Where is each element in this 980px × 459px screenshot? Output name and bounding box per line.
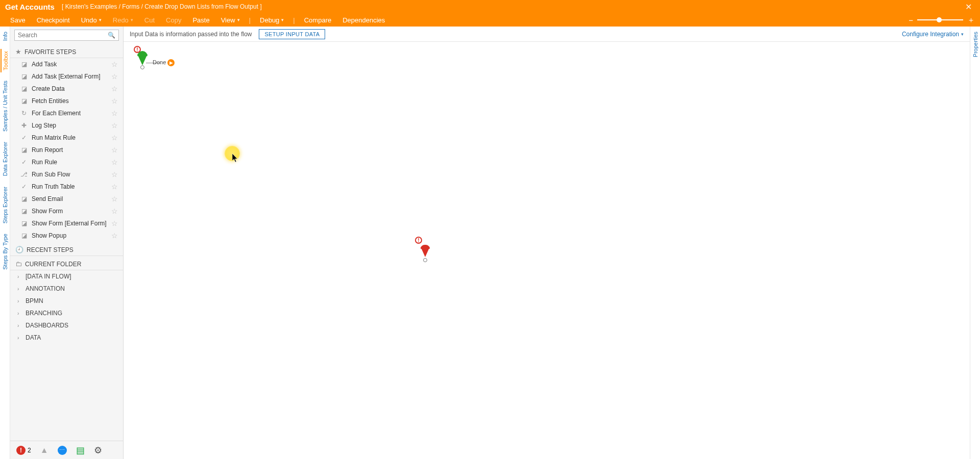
favorite-step-item[interactable]: ◪Show Form [External Form]☆ bbox=[10, 217, 123, 230]
favorite-star-icon[interactable]: ☆ bbox=[111, 207, 118, 215]
step-label: Show Form [External Form] bbox=[32, 220, 107, 227]
step-label: Run Report bbox=[32, 146, 107, 154]
zoom-slider-thumb[interactable] bbox=[937, 17, 942, 22]
zoom-in-button[interactable]: ＋ bbox=[967, 15, 975, 25]
favorite-star-icon[interactable]: ☆ bbox=[111, 232, 118, 240]
menu-copy[interactable]: Copy bbox=[161, 15, 186, 25]
favorite-star-icon[interactable]: ☆ bbox=[111, 158, 118, 166]
right-tab-strip: Properties bbox=[970, 27, 980, 459]
category-tree: ›[DATA IN FLOW]›ANNOTATION›BPMN›BRANCHIN… bbox=[10, 270, 123, 344]
error-count-pill[interactable]: ! 2 bbox=[16, 446, 31, 455]
document-icon[interactable]: ▤ bbox=[76, 445, 85, 456]
favorite-step-item[interactable]: ✓Run Rule☆ bbox=[10, 156, 123, 168]
flow-canvas[interactable]: ! Done ▶ ! bbox=[124, 42, 970, 459]
step-label: For Each Element bbox=[32, 110, 107, 117]
favorite-step-item[interactable]: ◪Fetch Entities☆ bbox=[10, 95, 123, 107]
favorite-step-item[interactable]: ◪Show Form☆ bbox=[10, 205, 123, 217]
step-type-icon: ◪ bbox=[20, 208, 28, 215]
favorite-star-icon[interactable]: ☆ bbox=[111, 121, 118, 130]
comments-icon[interactable]: ⋯ bbox=[58, 446, 67, 455]
zoom-slider[interactable] bbox=[917, 19, 963, 20]
left-tab-steps-by-type[interactable]: Steps By Type bbox=[1, 232, 9, 272]
step-label: Run Sub Flow bbox=[32, 171, 107, 178]
end-node[interactable]: ! bbox=[417, 240, 434, 265]
gear-icon[interactable]: ⚙ bbox=[94, 445, 102, 456]
favorite-star-icon[interactable]: ☆ bbox=[111, 134, 118, 142]
favorite-star-icon[interactable]: ☆ bbox=[111, 85, 118, 93]
input-data-hint: Input Data is information passed into th… bbox=[130, 31, 252, 38]
category-tree-item[interactable]: ›DASHBOARDS bbox=[10, 319, 123, 332]
left-tab-data-explorer[interactable]: Data Explorer bbox=[1, 140, 9, 178]
favorite-star-icon[interactable]: ☆ bbox=[111, 170, 118, 178]
step-label: Fetch Entities bbox=[32, 97, 107, 105]
favorite-step-item[interactable]: ✓Run Truth Table☆ bbox=[10, 181, 123, 193]
menu-cut[interactable]: Cut bbox=[139, 15, 160, 25]
menu-view[interactable]: View ▾ bbox=[216, 15, 245, 25]
section-recent-steps[interactable]: 🕘 RECENT STEPS bbox=[10, 242, 123, 256]
section-current-folder[interactable]: 🗀 CURRENT FOLDER bbox=[10, 256, 123, 270]
favorite-step-item[interactable]: ◪Create Data☆ bbox=[10, 83, 123, 95]
menu-save[interactable]: Save bbox=[5, 15, 31, 25]
error-count: 2 bbox=[28, 447, 31, 454]
favorite-step-item[interactable]: ◪Add Task☆ bbox=[10, 58, 123, 70]
chevron-right-icon: › bbox=[17, 335, 22, 341]
warning-icon[interactable]: ▲ bbox=[40, 446, 48, 455]
chevron-down-icon: ▾ bbox=[281, 17, 284, 22]
favorite-step-item[interactable]: ✚Log Step☆ bbox=[10, 119, 123, 132]
favorite-star-icon[interactable]: ☆ bbox=[111, 109, 118, 117]
favorite-star-icon[interactable]: ☆ bbox=[111, 183, 118, 191]
menu-compare[interactable]: Compare bbox=[299, 15, 336, 25]
right-tab-properties[interactable]: Properties bbox=[971, 30, 979, 59]
category-label: BRANCHING bbox=[26, 310, 62, 317]
configure-integration-link[interactable]: Configure Integration ▾ bbox=[902, 31, 964, 38]
favorite-step-item[interactable]: ⎇Run Sub Flow☆ bbox=[10, 168, 123, 181]
output-port[interactable] bbox=[140, 65, 144, 69]
category-tree-item[interactable]: ›[DATA IN FLOW] bbox=[10, 270, 123, 283]
favorite-star-icon[interactable]: ☆ bbox=[111, 146, 118, 154]
close-button[interactable]: ✕ bbox=[962, 2, 975, 12]
favorite-star-icon[interactable]: ☆ bbox=[111, 97, 118, 105]
favorite-step-item[interactable]: ✓Run Matrix Rule☆ bbox=[10, 132, 123, 144]
menu-dependencies[interactable]: Dependencies bbox=[337, 15, 390, 25]
connector-endpoint[interactable]: ▶ bbox=[167, 59, 175, 66]
left-tab-samples[interactable]: Samples / Unit Tests bbox=[1, 79, 9, 134]
menu-debug[interactable]: Debug ▾ bbox=[255, 15, 289, 25]
left-tab-toolbox[interactable]: Toolbox bbox=[1, 49, 10, 72]
favorite-star-icon[interactable]: ☆ bbox=[111, 60, 118, 68]
category-tree-item[interactable]: ›DATA bbox=[10, 332, 123, 344]
menu-undo[interactable]: Undo ▾ bbox=[76, 15, 107, 25]
favorite-step-item[interactable]: ◪Show Popup☆ bbox=[10, 230, 123, 242]
category-tree-item[interactable]: ›BRANCHING bbox=[10, 307, 123, 319]
chevron-right-icon: › bbox=[17, 298, 22, 304]
favorite-star-icon[interactable]: ☆ bbox=[111, 219, 118, 227]
favorite-star-icon[interactable]: ☆ bbox=[111, 195, 118, 203]
left-tab-info[interactable]: Info bbox=[1, 30, 9, 43]
favorite-step-item[interactable]: ◪Run Report☆ bbox=[10, 144, 123, 156]
menu-paste[interactable]: Paste bbox=[187, 15, 214, 25]
start-node[interactable]: ! bbox=[134, 46, 151, 69]
search-icon: 🔍 bbox=[108, 32, 115, 39]
chevron-right-icon: › bbox=[17, 274, 22, 279]
zoom-out-button[interactable]: − bbox=[909, 16, 913, 24]
left-tab-steps-explorer[interactable]: Steps Explorer bbox=[1, 185, 9, 225]
category-label: BPMN bbox=[26, 297, 43, 304]
error-icon: ! bbox=[16, 446, 26, 455]
favorite-steps-list: ◪Add Task☆◪Add Task [External Form]☆◪Cre… bbox=[10, 58, 123, 242]
favorite-step-item[interactable]: ↻For Each Element☆ bbox=[10, 107, 123, 119]
favorite-step-item[interactable]: ◪Add Task [External Form]☆ bbox=[10, 70, 123, 83]
category-tree-item[interactable]: ›ANNOTATION bbox=[10, 283, 123, 295]
input-port[interactable] bbox=[423, 258, 427, 262]
step-type-icon: ◪ bbox=[20, 220, 28, 227]
setup-input-data-button[interactable]: SETUP INPUT DATA bbox=[259, 29, 325, 39]
section-favorite-steps[interactable]: ★ FAVORITE STEPS bbox=[10, 44, 123, 58]
start-marker-icon bbox=[137, 54, 148, 65]
favorite-step-item[interactable]: ◪Send Email☆ bbox=[10, 193, 123, 205]
toolbox-scroll[interactable]: ★ FAVORITE STEPS ◪Add Task☆◪Add Task [Ex… bbox=[10, 44, 123, 441]
search-input[interactable] bbox=[18, 32, 108, 39]
category-tree-item[interactable]: ›BPMN bbox=[10, 295, 123, 307]
favorite-star-icon[interactable]: ☆ bbox=[111, 72, 118, 81]
menu-redo[interactable]: Redo ▾ bbox=[108, 15, 138, 25]
menu-separator: | bbox=[290, 16, 298, 24]
search-box[interactable]: 🔍 bbox=[14, 30, 119, 41]
menu-checkpoint[interactable]: Checkpoint bbox=[32, 15, 75, 25]
